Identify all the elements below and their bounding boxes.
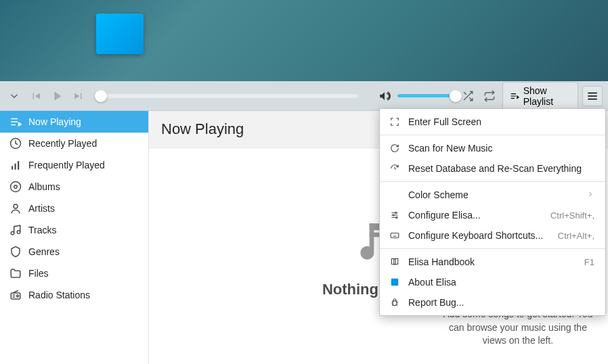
seek-thumb[interactable]	[95, 90, 107, 102]
sidebar-item-label: Genres	[28, 246, 60, 257]
book-icon	[389, 256, 400, 267]
menu-item-configure-shortcuts[interactable]: Configure Keyboard Shortcuts... Ctrl+Alt…	[380, 225, 605, 246]
svg-rect-16	[391, 233, 399, 238]
radio-icon	[9, 289, 22, 301]
menu-item-about[interactable]: About Elisa	[380, 272, 605, 292]
menu-item-label: Elisa Handbook	[408, 256, 576, 267]
previous-track-button[interactable]	[27, 86, 45, 106]
menu-item-shortcut: F1	[584, 257, 594, 267]
user-icon	[9, 202, 22, 214]
svg-point-15	[396, 217, 397, 218]
sidebar-item-files[interactable]: Files	[0, 263, 148, 284]
hamburger-icon	[586, 90, 599, 102]
svg-rect-18	[393, 301, 397, 306]
volume-slider[interactable]	[397, 94, 456, 97]
repeat-button[interactable]	[481, 86, 498, 106]
menu-item-handbook[interactable]: Elisa Handbook F1	[380, 252, 605, 272]
sidebar-item-albums[interactable]: Albums	[0, 176, 148, 198]
clock-icon	[9, 137, 22, 150]
menu-item-shortcut: Ctrl+Shift+,	[550, 210, 594, 221]
bug-icon	[389, 297, 400, 308]
menu-item-label: Configure Elisa...	[408, 210, 542, 221]
sidebar-item-genres[interactable]: Genres	[0, 241, 148, 263]
hamburger-menu-button[interactable]	[582, 86, 602, 106]
play-button[interactable]	[49, 86, 66, 106]
desktop-wallpaper	[0, 0, 608, 81]
menu-item-label: Scan for New Music	[408, 143, 594, 154]
menu-item-label: Report Bug...	[408, 297, 594, 308]
refresh-icon	[389, 143, 400, 154]
svg-rect-8	[370, 223, 374, 250]
svg-point-2	[14, 185, 18, 189]
now-playing-icon	[9, 116, 22, 128]
sidebar-item-label: Radio Stations	[28, 290, 90, 300]
sidebar-item-frequently-played[interactable]: Frequently Played	[0, 154, 148, 176]
menu-separator	[380, 181, 605, 182]
svg-point-7	[17, 295, 19, 297]
playlist-icon	[510, 91, 519, 101]
sidebar-item-label: Recently Played	[28, 138, 97, 149]
menu-item-label: Configure Keyboard Shortcuts...	[408, 230, 550, 241]
menu-item-report-bug[interactable]: Report Bug...	[380, 292, 605, 313]
app-icon	[389, 277, 400, 288]
volume-thumb[interactable]	[450, 90, 462, 102]
shield-icon	[9, 246, 22, 258]
sidebar-item-label: Now Playing	[28, 116, 81, 127]
disc-icon	[9, 181, 22, 193]
sidebar-item-label: Frequently Played	[28, 160, 105, 170]
menu-item-shortcut: Ctrl+Alt+,	[558, 231, 594, 241]
next-track-button[interactable]	[70, 86, 87, 106]
svg-point-14	[393, 214, 394, 216]
menu-item-scan[interactable]: Scan for New Music	[380, 138, 605, 158]
reset-icon	[389, 163, 400, 174]
menu-item-label: Enter Full Screen	[408, 116, 594, 127]
sidebar-item-recently-played[interactable]: Recently Played	[0, 133, 148, 154]
volume-icon[interactable]	[376, 86, 393, 106]
blank-icon	[389, 189, 400, 200]
svg-point-1	[11, 182, 21, 192]
svg-point-3	[14, 204, 18, 208]
folder-icon	[9, 267, 22, 279]
menu-item-color-scheme[interactable]: Color Scheme	[380, 185, 605, 205]
menu-item-label: Color Scheme	[408, 189, 578, 200]
hamburger-menu-dropdown: Enter Full Screen Scan for New Music Res…	[379, 108, 606, 316]
sidebar: Now Playing Recently Played Frequently P…	[0, 111, 149, 364]
menu-item-fullscreen[interactable]: Enter Full Screen	[380, 112, 605, 132]
shuffle-button[interactable]	[460, 86, 477, 106]
music-note-icon	[9, 224, 22, 236]
sidebar-item-artists[interactable]: Artists	[0, 198, 148, 219]
desktop-app-icon[interactable]	[96, 14, 149, 60]
sidebar-item-label: Albums	[28, 181, 60, 192]
sidebar-item-label: Files	[28, 268, 49, 279]
sliders-icon	[389, 210, 400, 221]
menu-separator	[380, 135, 605, 135]
menu-item-configure-elisa[interactable]: Configure Elisa... Ctrl+Shift+,	[380, 205, 605, 225]
menu-item-label: About Elisa	[408, 277, 594, 288]
sidebar-item-tracks[interactable]: Tracks	[0, 219, 148, 241]
seek-slider[interactable]	[101, 94, 358, 98]
menu-separator	[380, 248, 605, 249]
sidebar-item-radio-stations[interactable]: Radio Stations	[0, 284, 148, 306]
chevron-right-icon	[586, 189, 594, 200]
show-playlist-label: Show Playlist	[523, 85, 571, 107]
keyboard-icon	[389, 230, 400, 241]
sidebar-item-now-playing[interactable]: Now Playing	[0, 111, 148, 133]
menu-item-reset-db[interactable]: Reset Database and Re-Scan Everything	[380, 158, 605, 179]
collapse-button[interactable]	[5, 86, 23, 106]
sidebar-item-label: Artists	[28, 203, 55, 214]
svg-rect-17	[391, 279, 399, 286]
fullscreen-icon	[389, 116, 400, 127]
show-playlist-button[interactable]: Show Playlist	[502, 82, 578, 110]
svg-point-4	[11, 231, 14, 235]
bars-icon	[9, 159, 22, 171]
player-toolbar: Show Playlist	[0, 81, 608, 111]
svg-point-5	[17, 231, 20, 234]
menu-item-label: Reset Database and Re-Scan Everything	[408, 163, 594, 174]
sidebar-item-label: Tracks	[28, 225, 56, 235]
svg-point-11	[360, 246, 374, 259]
svg-point-13	[395, 212, 397, 213]
